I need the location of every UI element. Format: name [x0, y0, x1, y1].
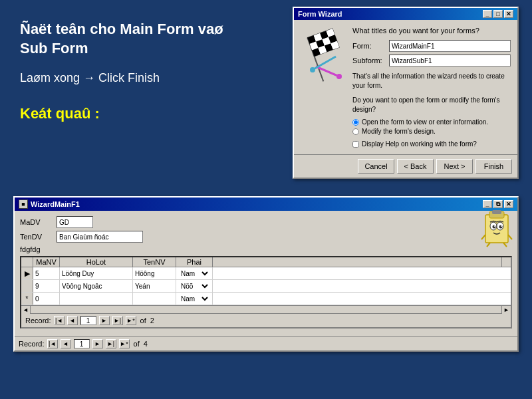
- cell-holot-2[interactable]: Vöông Ngoâc: [60, 280, 133, 292]
- fdgfdg-label: fdgfdg: [20, 245, 57, 253]
- wizard-icon: [301, 27, 347, 148]
- subform-field-row: Subform:: [352, 55, 511, 66]
- datasheet-header: MaNV HoLot TenNV Phai: [21, 257, 511, 267]
- sub-nav-first[interactable]: |◄: [54, 316, 65, 325]
- form-field-row: Form:: [352, 40, 511, 52]
- outer-record-nav: Record: |◄ ◄ ► ►| ►* of 4: [15, 336, 517, 350]
- outer-nav-prev[interactable]: ◄: [61, 339, 71, 348]
- madv-row: MaDV: [20, 216, 512, 228]
- madv-input[interactable]: [57, 216, 93, 228]
- svg-point-26: [501, 225, 502, 227]
- display-help-label: Display Help on working with the form?: [362, 140, 477, 148]
- wizard-info-text: That's all the information the wizard ne…: [352, 72, 511, 90]
- cell-manv-3[interactable]: 0: [33, 293, 60, 305]
- sub-nav-new[interactable]: ►*: [126, 316, 136, 325]
- main-title: Ñaët teân cho Main Form vaø Sub Form: [20, 20, 259, 58]
- table-row: 9 Vöông Ngoâc Yeán Nam Nöõ: [21, 280, 511, 293]
- result-title: Keát quaû :: [20, 105, 259, 122]
- outer-record-total: 4: [144, 340, 148, 348]
- cell-phai-3[interactable]: Nam Nöõ: [176, 293, 213, 305]
- col-manv: MaNV: [33, 257, 60, 267]
- outer-nav-first[interactable]: |◄: [47, 339, 58, 348]
- svg-line-28: [508, 235, 512, 239]
- cell-phai-1[interactable]: Nam Nöõ: [176, 267, 213, 279]
- wizard-minimize-button[interactable]: _: [483, 10, 492, 18]
- outer-nav-next[interactable]: ►: [92, 339, 103, 348]
- clippy-mascot: [480, 205, 513, 245]
- outer-nav-last[interactable]: ►|: [106, 339, 116, 348]
- wizard-footer: Cancel < Back Next > Finish: [294, 154, 517, 178]
- outer-record-number[interactable]: [74, 339, 90, 348]
- sub-nav-next[interactable]: ►: [99, 316, 110, 325]
- svg-point-17: [310, 67, 315, 72]
- cell-tennv-2[interactable]: Yeán: [133, 280, 176, 292]
- svg-point-25: [494, 225, 495, 227]
- wizard-titlebar-buttons: _ □ ✕: [483, 10, 513, 18]
- subform-label: Subform:: [352, 57, 389, 65]
- svg-rect-18: [485, 215, 508, 243]
- svg-point-23: [493, 225, 496, 229]
- subform-input[interactable]: [389, 55, 511, 66]
- fdgfdg-row: fdgfdg: [20, 245, 512, 253]
- sub-nav-prev[interactable]: ◄: [67, 316, 78, 325]
- form-wizard-window: Form Wizard _ □ ✕: [293, 7, 519, 179]
- form-label: Form:: [352, 42, 389, 50]
- cell-tennv-3[interactable]: [133, 293, 176, 305]
- form-titlebar-left: ■ WizardMainF1: [19, 200, 80, 209]
- sub-nav-last[interactable]: ►|: [112, 316, 123, 325]
- tendv-input[interactable]: [57, 231, 143, 243]
- subform-hscroll: ◄ ►: [21, 305, 511, 313]
- phai-select-2[interactable]: Nam Nöõ: [178, 282, 210, 291]
- table-row: * 0 Nam Nöõ: [21, 293, 511, 305]
- sub-record-nav: Record: |◄ ◄ ► ►| ►* of 2: [21, 313, 511, 327]
- svg-line-30: [503, 243, 507, 247]
- display-help-checkbox[interactable]: [352, 141, 359, 148]
- svg-line-27: [481, 235, 485, 239]
- cell-phai-2[interactable]: Nam Nöõ: [176, 280, 213, 292]
- table-row: ▶ 5 Löông Duy Höông Nam Nöõ: [21, 267, 511, 280]
- wizard-maximize-button[interactable]: □: [493, 10, 503, 18]
- cell-tennv-1[interactable]: Höông: [133, 267, 176, 279]
- wizard-title: Form Wizard: [298, 10, 342, 18]
- svg-line-16: [313, 57, 336, 70]
- cell-holot-3[interactable]: [60, 293, 133, 305]
- sub-record-number[interactable]: [80, 316, 96, 325]
- cancel-button[interactable]: Cancel: [358, 159, 394, 174]
- radio-modify: Modify the form's design.: [352, 128, 511, 135]
- cell-manv-1[interactable]: 5: [33, 267, 60, 279]
- scroll-right-btn[interactable]: ►: [501, 306, 511, 314]
- cell-manv-2[interactable]: 9: [33, 280, 60, 292]
- header-arrow: [21, 257, 33, 267]
- form-title: WizardMainF1: [31, 200, 80, 208]
- row-indicator-1: ▶: [21, 267, 33, 279]
- wizard-body: What titles do you want for your forms? …: [294, 20, 517, 154]
- wizard-content: What titles do you want for your forms? …: [352, 27, 511, 148]
- svg-point-15: [336, 74, 342, 79]
- outer-record-label: Record:: [19, 340, 45, 348]
- form-titlebar: ■ WizardMainF1 _ ⧉ ✕: [15, 198, 517, 211]
- phai-select-1[interactable]: Nam Nöõ: [178, 269, 210, 278]
- form-input[interactable]: [389, 40, 511, 52]
- outer-nav-new[interactable]: ►*: [119, 339, 130, 348]
- wizard-close-button[interactable]: ✕: [504, 10, 513, 18]
- scroll-left-btn[interactable]: ◄: [21, 306, 31, 314]
- next-button[interactable]: Next >: [436, 159, 473, 174]
- phai-select-3[interactable]: Nam Nöõ: [178, 295, 210, 303]
- svg-rect-20: [492, 210, 501, 214]
- back-button[interactable]: < Back: [397, 159, 434, 174]
- radio-modify-input[interactable]: [352, 128, 359, 135]
- wizard-question2: Do you want to open the form or modify t…: [352, 96, 511, 114]
- col-tennv: TenNV: [133, 257, 176, 267]
- subtitle: Laøm xong → Click Finish: [20, 71, 259, 85]
- svg-point-24: [499, 225, 503, 229]
- main-form-window: ■ WizardMainF1 _ ⧉ ✕ MaDV TenDV fdgfdg: [13, 196, 519, 352]
- col-holot: HoLot: [60, 257, 133, 267]
- finish-button[interactable]: Finish: [475, 159, 512, 174]
- sub-record-total: 2: [150, 317, 154, 325]
- row-indicator-3: *: [21, 293, 33, 305]
- sub-record-of: of: [140, 317, 146, 325]
- sub-record-label: Record:: [25, 317, 51, 325]
- cell-holot-1[interactable]: Löông Duy: [60, 267, 133, 279]
- radio-modify-label: Modify the form's design.: [362, 128, 436, 135]
- radio-open-input[interactable]: [352, 119, 359, 126]
